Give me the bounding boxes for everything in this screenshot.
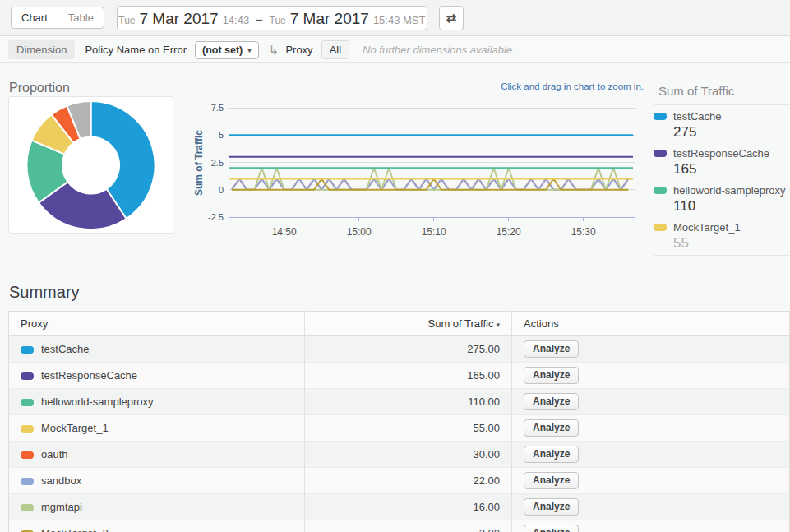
traffic-value: 3.00 — [305, 520, 512, 532]
table-view-button[interactable]: Table — [58, 7, 104, 29]
analyze-button[interactable]: Analyze — [524, 498, 579, 516]
analyze-button[interactable]: Analyze — [524, 367, 579, 384]
x-tick-label: 15:10 — [422, 226, 446, 238]
proxy-name: MockTarget_2 — [41, 527, 109, 532]
legend-series-value: 110 — [673, 198, 790, 215]
proportion-donut-card — [8, 96, 173, 234]
x-tick-label: 15:00 — [347, 226, 372, 238]
proxy-swatch — [21, 346, 34, 354]
table-row: mgmtapi16.00Analyze — [9, 494, 790, 520]
sort-desc-icon: ▾ — [496, 321, 500, 329]
legend-item[interactable]: testResponseCache165 — [654, 142, 790, 179]
drilldown-dimension-name: Proxy — [285, 44, 312, 56]
x-tick-label: 14:50 — [272, 226, 297, 238]
legend-item[interactable]: helloworld-sampleproxy110 — [654, 179, 790, 216]
dimension-label: Dimension — [8, 40, 75, 59]
view-toggle: Chart Table — [11, 7, 104, 29]
legend-series-name: testResponseCache — [673, 147, 769, 160]
legend-item[interactable]: testCache275 — [654, 105, 790, 142]
analyze-button[interactable]: Analyze — [524, 419, 579, 437]
no-dimensions-note: No further dimensions available — [363, 44, 512, 56]
series-swatch — [654, 224, 667, 231]
proxy-name: mgmtapi — [41, 501, 82, 513]
y-tick-label: 5 — [219, 130, 224, 140]
proxy-name: MockTarget_1 — [41, 422, 109, 434]
series-swatch — [654, 113, 667, 120]
y-axis-title: Sum of Traffic — [193, 130, 205, 196]
table-row: sandbox22.00Analyze — [9, 468, 790, 494]
summary-title: Summary — [9, 283, 80, 302]
legend-item[interactable]: MockTarget_155 — [654, 216, 790, 253]
table-row: testResponseCache165.00Analyze — [9, 363, 790, 389]
proxy-name: testResponseCache — [41, 369, 137, 382]
proxy-swatch — [21, 451, 34, 459]
table-row: oauth30.00Analyze — [9, 442, 790, 468]
legend-series-value: 55 — [673, 235, 790, 252]
range-separator: – — [256, 12, 262, 26]
proxy-swatch — [21, 504, 34, 511]
column-header-actions: Actions — [512, 312, 790, 336]
analyze-button[interactable]: Analyze — [524, 446, 579, 463]
analytics-dashboard: Chart Table Tue 7 Mar 2017 14:43 – Tue 7… — [0, 0, 790, 532]
y-tick-label: 7.5 — [211, 103, 224, 113]
refresh-button[interactable]: ⇄ — [439, 6, 464, 30]
chevron-down-icon: ▾ — [247, 46, 252, 54]
end-day: Tue — [270, 15, 286, 26]
dimension-name: Policy Name on Error — [85, 44, 187, 56]
traffic-value: 22.00 — [305, 468, 512, 494]
date-range-picker[interactable]: Tue 7 Mar 2017 14:43 – Tue 7 Mar 2017 15… — [117, 6, 427, 30]
traffic-value: 30.00 — [305, 442, 512, 468]
traffic-value: 55.00 — [305, 415, 512, 442]
traffic-value: 275.00 — [305, 336, 512, 363]
x-tick-label: 15:30 — [571, 226, 596, 238]
proportion-donut-chart[interactable] — [9, 97, 173, 233]
end-date: 7 Mar 2017 — [290, 10, 369, 28]
analyze-button[interactable]: Analyze — [524, 472, 579, 489]
proxy-swatch — [21, 372, 34, 380]
legend-title: Sum of Traffic — [654, 78, 790, 105]
traffic-value: 16.00 — [305, 494, 512, 520]
proxy-swatch — [21, 478, 34, 485]
traffic-value: 165.00 — [305, 363, 512, 389]
y-tick-label: 0 — [219, 185, 224, 195]
x-tick-label: 15:20 — [497, 226, 521, 238]
start-date: 7 Mar 2017 — [140, 10, 219, 28]
end-time: 15:43 MST — [373, 14, 426, 26]
column-header-proxy[interactable]: Proxy — [9, 312, 305, 336]
legend-series-name: testCache — [673, 110, 722, 123]
proportion-title: Proportion — [9, 81, 70, 95]
chart-view-button[interactable]: Chart — [11, 7, 58, 29]
analyze-button[interactable]: Analyze — [524, 340, 579, 358]
summary-table: Proxy Sum of Traffic▾ Actions testCache2… — [8, 311, 790, 532]
analyze-button[interactable]: Analyze — [524, 393, 579, 410]
table-header-row: Proxy Sum of Traffic▾ Actions — [9, 312, 790, 336]
chart-legend: Sum of Traffic testCache275testResponseC… — [654, 78, 790, 256]
table-row: MockTarget_155.00Analyze — [9, 415, 790, 442]
table-row: MockTarget_23.00Analyze — [9, 520, 790, 532]
drilldown-value-button[interactable]: All — [321, 40, 349, 59]
y-tick-label: 2.5 — [211, 158, 224, 168]
top-toolbar: Chart Table Tue 7 Mar 2017 14:43 – Tue 7… — [0, 0, 790, 36]
proxy-name: helloworld-sampleproxy — [41, 396, 154, 408]
legend-series-value: 165 — [673, 161, 790, 178]
drilldown-arrow-icon: ↳ — [269, 43, 280, 58]
traffic-value: 110.00 — [305, 389, 512, 415]
series-swatch — [654, 150, 667, 157]
proxy-swatch — [21, 399, 34, 406]
table-row: testCache275.00Analyze — [9, 336, 790, 363]
traffic-line-chart[interactable]: 7.552.50-2.514:5015:0015:1015:2015:30Sum… — [189, 78, 649, 243]
dropdown-value: (not set) — [202, 44, 243, 56]
analyze-button[interactable]: Analyze — [524, 525, 579, 532]
legend-series-value: 275 — [673, 124, 790, 141]
proxy-name: oauth — [41, 448, 68, 460]
column-header-sum-of-traffic[interactable]: Sum of Traffic▾ — [305, 312, 512, 336]
proxy-swatch — [21, 425, 34, 433]
start-time: 14:43 — [223, 14, 250, 26]
table-row: helloworld-sampleproxy110.00Analyze — [9, 389, 790, 415]
y-tick-label: -2.5 — [208, 212, 224, 222]
dimension-value-dropdown[interactable]: (not set) ▾ — [195, 41, 259, 59]
proxy-name: sandbox — [41, 474, 81, 487]
dimension-bar: Dimension Policy Name on Error (not set)… — [0, 37, 790, 63]
legend-series-name: MockTarget_1 — [673, 221, 741, 234]
start-day: Tue — [118, 15, 135, 26]
